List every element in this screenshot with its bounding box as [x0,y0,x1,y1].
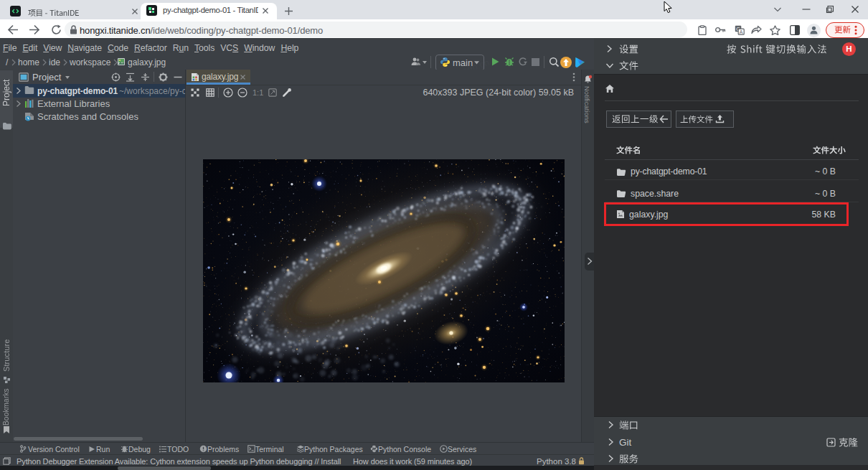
svg-text:A: A [740,29,743,34]
